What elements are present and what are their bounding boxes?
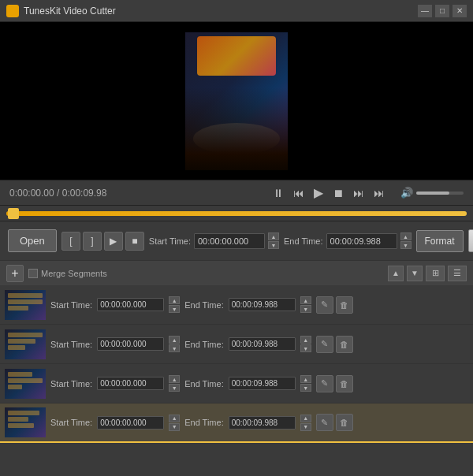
seg-edit-button-4[interactable]: ✎ xyxy=(316,414,333,431)
seg-end-spinner-3: ▲ ▼ xyxy=(300,375,311,392)
seg-list-button[interactable]: ☰ xyxy=(448,266,467,281)
next-frame-button[interactable]: ⏭ xyxy=(350,185,367,201)
pause-button[interactable]: ⏸ xyxy=(270,185,287,201)
screen-decoration xyxy=(197,36,276,76)
segment-thumbnail xyxy=(5,369,46,399)
seg-end-up-1[interactable]: ▲ xyxy=(300,296,311,304)
seg-edit-button-2[interactable]: ✎ xyxy=(316,336,333,353)
cut-end-button[interactable]: ] xyxy=(83,232,102,251)
seg-start-spinner-2: ▲ ▼ xyxy=(169,336,180,352)
seg-end-down-3[interactable]: ▼ xyxy=(300,384,311,392)
merge-checkbox[interactable] xyxy=(28,269,38,278)
seg-start-down-4[interactable]: ▼ xyxy=(169,423,180,431)
video-thumbnail xyxy=(185,32,288,170)
end-time-down[interactable]: ▼ xyxy=(400,241,412,249)
prev-frame-button[interactable]: ⏮ xyxy=(290,185,307,201)
seg-down-button[interactable]: ▼ xyxy=(407,266,423,281)
seg-delete-button-2[interactable]: 🗑 xyxy=(336,336,353,353)
seg-start-up-4[interactable]: ▲ xyxy=(169,415,180,422)
controls-bar: 0:00:00.00 / 0:00:09.98 ⏸ ⏮ ▶ ⏹ ⏭ ⏭ 🔊 xyxy=(0,180,473,205)
play-controls: ⏸ ⏮ ▶ ⏹ ⏭ ⏭ xyxy=(270,184,388,202)
start-time-label: Start Time: xyxy=(149,236,191,246)
timeline-track[interactable] xyxy=(6,211,467,216)
merge-segments-group: Merge Segments xyxy=(28,269,107,278)
play-button[interactable]: ▶ xyxy=(311,184,326,202)
seg-actions-2: ✎ 🗑 xyxy=(316,336,353,353)
end-time-input[interactable] xyxy=(326,233,397,249)
seg-start-down-1[interactable]: ▼ xyxy=(169,305,180,313)
volume-fill xyxy=(416,192,449,195)
volume-slider[interactable] xyxy=(416,192,464,195)
seg-edit-button-1[interactable]: ✎ xyxy=(316,296,333,314)
start-time-group: Start Time: ▲ ▼ xyxy=(149,232,279,249)
table-row: Start Time: ▲ ▼ End Time: ▲ ▼ ✎ 🗑 xyxy=(0,325,473,364)
timeline-area xyxy=(0,205,473,221)
seg-delete-button-3[interactable]: 🗑 xyxy=(336,375,353,392)
seg-start-up-2[interactable]: ▲ xyxy=(169,336,180,344)
start-time-spinner: ▲ ▼ xyxy=(268,232,279,249)
seg-start-input-3[interactable] xyxy=(97,377,164,390)
edit-controls: Open [ ] ▶ ■ Start Time: ▲ ▼ End Time: ▲… xyxy=(0,221,473,260)
segments-list: Start Time: ▲ ▼ End Time: ▲ ▼ ✎ 🗑 xyxy=(0,285,473,476)
seg-expand-button[interactable]: ⊞ xyxy=(426,266,445,281)
seg-delete-button-1[interactable]: 🗑 xyxy=(336,296,353,314)
play-segment-button[interactable]: ▶ xyxy=(104,232,123,251)
seg-end-down-1[interactable]: ▼ xyxy=(300,305,311,313)
table-row: Start Time: ▲ ▼ End Time: ▲ ▼ ✎ 🗑 xyxy=(0,285,473,325)
maximize-button[interactable]: □ xyxy=(435,5,449,17)
start-time-down[interactable]: ▼ xyxy=(268,241,279,249)
thumb-inner xyxy=(5,407,46,437)
segments-header: + Merge Segments ▲ ▼ ⊞ ☰ xyxy=(0,260,473,285)
start-button[interactable]: Start xyxy=(468,229,473,252)
start-time-up[interactable]: ▲ xyxy=(268,232,279,240)
seg-end-input-2[interactable] xyxy=(229,337,296,351)
close-button[interactable]: ✕ xyxy=(453,5,467,17)
segments-nav: ▲ ▼ ⊞ ☰ xyxy=(388,266,467,281)
video-preview xyxy=(0,22,473,180)
seg-start-up-1[interactable]: ▲ xyxy=(169,296,180,304)
open-button[interactable]: Open xyxy=(8,229,57,252)
seg-end-input-1[interactable] xyxy=(229,298,296,311)
seg-delete-button-4[interactable]: 🗑 xyxy=(336,414,353,431)
format-button[interactable]: Format xyxy=(416,230,464,252)
seg-edit-button-3[interactable]: ✎ xyxy=(316,375,333,392)
seg-start-label-1: Start Time: xyxy=(50,300,92,310)
seg-start-down-2[interactable]: ▼ xyxy=(169,344,180,352)
seg-end-up-3[interactable]: ▲ xyxy=(300,375,311,383)
stop-segment-button[interactable]: ■ xyxy=(125,232,144,251)
minimize-button[interactable]: — xyxy=(418,5,432,17)
seg-start-up-3[interactable]: ▲ xyxy=(169,375,180,383)
volume-area: 🔊 xyxy=(400,187,464,199)
stop-button[interactable]: ⏹ xyxy=(330,185,347,201)
end-button[interactable]: ⏭ xyxy=(371,185,388,201)
seg-end-label-3: End Time: xyxy=(184,379,224,389)
seg-end-label-2: End Time: xyxy=(184,340,224,349)
app-icon xyxy=(6,5,19,17)
segment-thumbnail xyxy=(5,329,46,359)
seg-end-down-2[interactable]: ▼ xyxy=(300,344,311,352)
merge-label: Merge Segments xyxy=(41,269,107,278)
seg-start-input-4[interactable] xyxy=(97,416,164,430)
seg-end-input-3[interactable] xyxy=(229,377,296,390)
seg-end-label-1: End Time: xyxy=(184,300,224,310)
seg-end-down-4[interactable]: ▼ xyxy=(300,423,311,431)
seg-end-up-2[interactable]: ▲ xyxy=(300,336,311,344)
cut-start-button[interactable]: [ xyxy=(61,232,80,251)
seg-start-input-1[interactable] xyxy=(97,298,164,311)
title-bar: TunesKit Video Cutter — □ ✕ xyxy=(0,0,473,22)
start-time-input[interactable] xyxy=(194,233,265,249)
timeline-handle[interactable] xyxy=(8,208,19,219)
seg-up-button[interactable]: ▲ xyxy=(388,266,404,281)
thumb-inner xyxy=(5,329,46,359)
thumb-inner xyxy=(5,290,46,320)
main-content: 0:00:00.00 / 0:00:09.98 ⏸ ⏮ ▶ ⏹ ⏭ ⏭ 🔊 Op… xyxy=(0,22,473,476)
seg-end-up-4[interactable]: ▲ xyxy=(300,415,311,422)
end-time-up[interactable]: ▲ xyxy=(400,232,412,240)
seg-start-label-4: Start Time: xyxy=(50,418,92,427)
volume-icon: 🔊 xyxy=(400,187,413,199)
seg-start-spinner-1: ▲ ▼ xyxy=(169,296,180,313)
seg-end-input-4[interactable] xyxy=(229,416,296,430)
add-segment-button[interactable]: + xyxy=(6,265,24,282)
seg-start-down-3[interactable]: ▼ xyxy=(169,384,180,392)
seg-start-input-2[interactable] xyxy=(97,337,164,351)
